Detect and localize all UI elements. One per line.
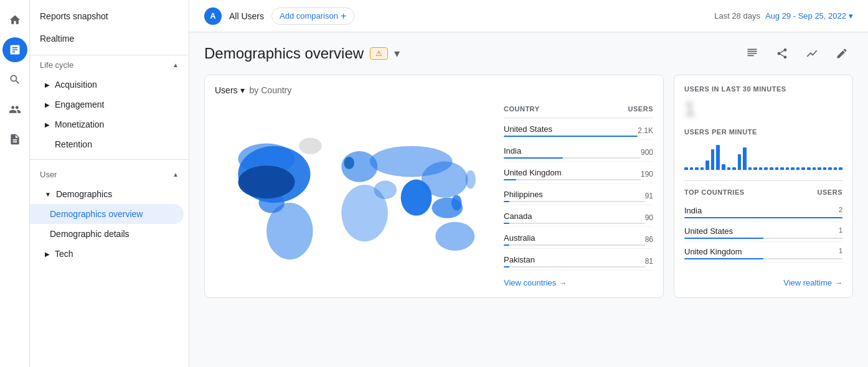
- audience-icon[interactable]: [2, 97, 27, 122]
- mini-bar-item: [759, 167, 763, 170]
- chevron-down-icon: ▾: [849, 11, 853, 21]
- top-country-row: India 2: [684, 201, 842, 221]
- mini-bar-item: [701, 167, 704, 170]
- mini-bar-item: [786, 167, 790, 170]
- sidebar-item-demographics-overview[interactable]: Demographics overview: [30, 204, 184, 224]
- card-body: COUNTRY USERS United States 2.1K: [215, 103, 653, 287]
- sidebar-item-demographic-details[interactable]: Demographic details: [30, 224, 189, 244]
- share-action-button[interactable]: [771, 42, 793, 65]
- add-comparison-button[interactable]: Add comparison +: [271, 7, 354, 25]
- chevron-up-icon: ▲: [172, 62, 179, 68]
- table-row: Canada 90: [504, 205, 653, 227]
- mini-bar-item: [801, 167, 805, 170]
- chevron-down-icon: ▾: [240, 85, 245, 95]
- world-map: [215, 103, 494, 287]
- top-country-name-india: India 2: [684, 206, 842, 215]
- svg-point-11: [374, 180, 397, 199]
- table-action-button[interactable]: [741, 42, 763, 65]
- mini-bar-item: [828, 167, 832, 170]
- users-dropdown[interactable]: Users ▾: [215, 85, 245, 95]
- chart-icon[interactable]: [2, 37, 27, 62]
- date-range-section: Last 28 days Aug 29 - Sep 25, 2022 ▾: [714, 11, 853, 21]
- svg-point-16: [238, 165, 295, 198]
- warning-badge: ⚠: [370, 47, 388, 60]
- card-header: Users ▾ by Country: [215, 85, 653, 95]
- svg-point-12: [465, 170, 476, 189]
- title-dropdown-icon[interactable]: ▾: [394, 47, 400, 60]
- mini-bar-item: [791, 167, 795, 170]
- main-map-card: Users ▾ by Country: [204, 75, 664, 298]
- chevron-right-icon: ▶: [45, 121, 50, 128]
- table-row: Pakistan 81: [504, 249, 653, 271]
- sidebar-section-user[interactable]: User ▲: [30, 165, 189, 184]
- by-country-label: by Country: [250, 85, 292, 95]
- sidebar-item-acquisition[interactable]: ▶ Acquisition: [30, 75, 189, 95]
- mini-bar-item: [695, 167, 699, 170]
- page-title: Demographics overview: [204, 45, 364, 62]
- date-prefix: Last 28 days: [714, 11, 760, 21]
- sidebar-item-monetization[interactable]: ▶ Monetization: [30, 114, 189, 134]
- header-actions: [741, 42, 853, 65]
- svg-point-2: [267, 203, 313, 259]
- mini-bar-item: [770, 167, 773, 170]
- sidebar-item-engagement[interactable]: ▶ Engagement: [30, 95, 189, 114]
- date-range-selector[interactable]: Aug 29 - Sep 25, 2022 ▾: [765, 11, 853, 21]
- mini-bar-item: [823, 167, 827, 170]
- mini-bar-chart: [684, 141, 842, 170]
- top-country-name-us: United States 1: [684, 226, 842, 236]
- view-realtime-link[interactable]: View realtime →: [783, 271, 842, 287]
- mini-bar-item: [727, 167, 731, 170]
- main-content: A All Users Add comparison + Last 28 day…: [189, 0, 868, 367]
- mini-bar-item: [732, 167, 736, 170]
- table-row: Australia 86: [504, 227, 653, 249]
- mini-bar-item: [748, 167, 752, 170]
- mini-bar-item: [807, 167, 811, 170]
- icon-bar: [0, 0, 30, 367]
- world-map-svg: [215, 103, 494, 287]
- compare-action-button[interactable]: [801, 42, 823, 65]
- top-countries-users-header: USERS: [818, 188, 842, 196]
- users-in-last-title: USERS IN LAST 30 MINUTES: [684, 85, 842, 93]
- mini-bar-item: [780, 167, 784, 170]
- mini-bar-item: [722, 164, 725, 170]
- mini-bar-item: [764, 167, 768, 170]
- side-divider: [684, 180, 842, 181]
- table-row: United Kingdom 190: [504, 162, 653, 184]
- mini-bar-item: [716, 145, 720, 170]
- chevron-up-icon: ▲: [172, 171, 179, 178]
- mini-bar-item: [684, 167, 688, 170]
- countries-table: COUNTRY USERS United States 2.1K: [504, 103, 653, 287]
- realtime-big-number: 1: [684, 98, 842, 121]
- users-header: USERS: [628, 105, 653, 113]
- edit-action-button[interactable]: [831, 42, 853, 65]
- country-header: COUNTRY: [504, 105, 539, 113]
- svg-point-7: [422, 162, 468, 198]
- search-icon[interactable]: [2, 67, 27, 92]
- mini-bar-item: [690, 167, 694, 170]
- table-row: Philippines 91: [504, 184, 653, 205]
- realtime-card: USERS IN LAST 30 MINUTES 1 USERS PER MIN…: [674, 75, 853, 298]
- sidebar-item-reports-snapshot[interactable]: Reports snapshot: [30, 5, 189, 27]
- sidebar-item-demographics[interactable]: ▼ Demographics: [30, 184, 189, 204]
- reports-icon[interactable]: [2, 127, 27, 152]
- sidebar-item-realtime[interactable]: Realtime: [30, 27, 189, 50]
- arrow-right-icon: →: [559, 278, 567, 287]
- view-countries-link[interactable]: View countries →: [504, 271, 653, 287]
- sidebar-item-tech[interactable]: ▶ Tech: [30, 244, 189, 264]
- mini-bar-item: [743, 147, 747, 170]
- top-bar: A All Users Add comparison + Last 28 day…: [189, 0, 868, 32]
- sidebar-item-retention[interactable]: ▶ Retention: [30, 134, 189, 154]
- users-per-minute-title: USERS PER MINUTE: [684, 128, 842, 136]
- svg-point-9: [435, 222, 474, 251]
- mini-bar-item: [705, 160, 709, 170]
- home-icon[interactable]: [2, 7, 27, 32]
- sidebar-top-section: Reports snapshot Realtime: [30, 5, 189, 55]
- country-cell-us: United States: [504, 124, 638, 137]
- title-area: Demographics overview ⚠ ▾: [204, 45, 400, 62]
- chevron-right-icon: ▶: [45, 101, 50, 108]
- svg-point-10: [299, 137, 322, 154]
- sidebar-section-lifecycle[interactable]: Life cycle ▲: [30, 55, 189, 75]
- users-cell-us: 2.1K: [638, 126, 653, 135]
- top-countries-title: TOP COUNTRIES: [684, 188, 745, 196]
- top-country-row: United Kingdom 1: [684, 242, 842, 262]
